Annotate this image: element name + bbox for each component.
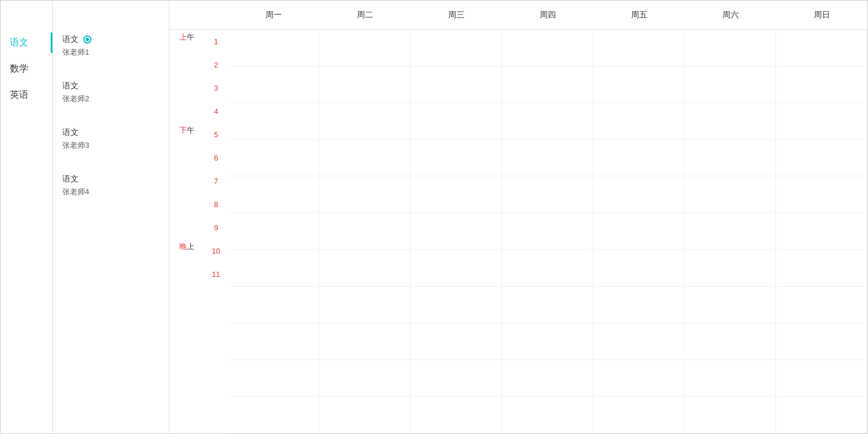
grid-cell-period11-day3[interactable] bbox=[410, 397, 502, 433]
grid-cell-period10-day1[interactable] bbox=[228, 360, 319, 396]
grid-cell-period4-day7[interactable] bbox=[776, 140, 867, 176]
grid-cell-period2-day5[interactable] bbox=[593, 66, 685, 102]
grid-cell-period7-day6[interactable] bbox=[685, 250, 776, 286]
grid-cell-period9-day7[interactable] bbox=[776, 323, 867, 360]
grid-cell-period2-day4[interactable] bbox=[502, 66, 593, 102]
period-numbers: 1234567891011 bbox=[204, 30, 228, 433]
grid-cell-period5-day3[interactable] bbox=[410, 176, 502, 212]
grid-cell-period6-day5[interactable] bbox=[593, 213, 685, 249]
grid-cell-period3-day1[interactable] bbox=[228, 103, 319, 139]
grid-cell-period9-day2[interactable] bbox=[319, 323, 410, 360]
grid-cell-period9-day1[interactable] bbox=[228, 323, 319, 360]
section-evening: 晚上 bbox=[169, 239, 204, 286]
teacher-subject-4[interactable]: 语文 bbox=[62, 174, 160, 184]
grid-cell-period6-day7[interactable] bbox=[776, 213, 867, 249]
grid-cell-period4-day4[interactable] bbox=[502, 140, 593, 176]
teacher-subject-3[interactable]: 语文 bbox=[62, 127, 160, 138]
grid-cell-period11-day6[interactable] bbox=[685, 397, 776, 433]
grid-cell-period10-day3[interactable] bbox=[410, 360, 502, 396]
grid-cell-period3-day4[interactable] bbox=[502, 103, 593, 139]
teacher-subject-1[interactable]: 语文 bbox=[62, 34, 160, 45]
grid-cell-period1-day2[interactable] bbox=[319, 30, 410, 66]
grid-cell-period1-day5[interactable] bbox=[593, 30, 685, 66]
grid-cell-period4-day1[interactable] bbox=[228, 140, 319, 176]
teacher-name-2[interactable]: 张老师2 bbox=[62, 94, 160, 104]
grid-cell-period2-day6[interactable] bbox=[685, 66, 776, 102]
section-afternoon: 下午 bbox=[169, 123, 204, 239]
grid-cell-period11-day7[interactable] bbox=[776, 397, 867, 433]
grid-cell-period5-day6[interactable] bbox=[685, 176, 776, 212]
grid-cell-period2-day2[interactable] bbox=[319, 66, 410, 102]
grid-cell-period7-day1[interactable] bbox=[228, 250, 319, 286]
grid-cell-period5-day2[interactable] bbox=[319, 176, 410, 212]
teacher-name-1[interactable]: 张老师1 bbox=[62, 47, 160, 58]
grid-cell-period8-day3[interactable] bbox=[410, 287, 502, 323]
grid-cell-period8-day6[interactable] bbox=[685, 287, 776, 323]
grid-cell-period5-day1[interactable] bbox=[228, 176, 319, 212]
header-day-fri: 周五 bbox=[593, 10, 685, 20]
grid-cell-period1-day4[interactable] bbox=[502, 30, 593, 66]
sidebar-item-chinese[interactable]: 语文 bbox=[1, 30, 52, 56]
grid-cell-period7-day2[interactable] bbox=[319, 250, 410, 286]
grid-cell-period7-day4[interactable] bbox=[502, 250, 593, 286]
grid-cell-period7-day3[interactable] bbox=[410, 250, 502, 286]
grid-cell-period8-day4[interactable] bbox=[502, 287, 593, 323]
grid-cell-period7-day5[interactable] bbox=[593, 250, 685, 286]
teacher-subject-2[interactable]: 语文 bbox=[62, 81, 160, 91]
grid-cell-period9-day3[interactable] bbox=[410, 323, 502, 360]
teacher-name-4[interactable]: 张老师4 bbox=[62, 187, 160, 197]
grid-cell-period11-day5[interactable] bbox=[593, 397, 685, 433]
grid-row-4 bbox=[228, 140, 867, 176]
grid-cell-period10-day6[interactable] bbox=[685, 360, 776, 396]
grid-cell-period8-day5[interactable] bbox=[593, 287, 685, 323]
grid-row-11 bbox=[228, 397, 867, 433]
teacher-group-1: 语文 张老师1 bbox=[53, 30, 169, 62]
grid-cell-period4-day3[interactable] bbox=[410, 140, 502, 176]
grid-cell-period8-day7[interactable] bbox=[776, 287, 867, 323]
grid-cell-period2-day1[interactable] bbox=[228, 66, 319, 102]
grid-row-7 bbox=[228, 250, 867, 287]
grid-cell-period4-day6[interactable] bbox=[685, 140, 776, 176]
grid-cell-period6-day1[interactable] bbox=[228, 213, 319, 249]
grid-cell-period3-day6[interactable] bbox=[685, 103, 776, 139]
grid-cell-period9-day5[interactable] bbox=[593, 323, 685, 360]
grid-cell-period9-day6[interactable] bbox=[685, 323, 776, 360]
grid-cell-period8-day1[interactable] bbox=[228, 287, 319, 323]
grid-cell-period1-day1[interactable] bbox=[228, 30, 319, 66]
grid-cell-period5-day5[interactable] bbox=[593, 176, 685, 212]
grid-cell-period6-day6[interactable] bbox=[685, 213, 776, 249]
grid-cell-period5-day7[interactable] bbox=[776, 176, 867, 212]
header-day-wed: 周三 bbox=[410, 10, 502, 20]
sidebar-item-english[interactable]: 英语 bbox=[1, 82, 52, 108]
grid-cell-period11-day2[interactable] bbox=[319, 397, 410, 433]
grid-cell-period6-day3[interactable] bbox=[410, 213, 502, 249]
grid-cell-period3-day2[interactable] bbox=[319, 103, 410, 139]
grid-cell-period1-day3[interactable] bbox=[410, 30, 502, 66]
grid-cell-period11-day4[interactable] bbox=[502, 397, 593, 433]
grid-cell-period11-day1[interactable] bbox=[228, 397, 319, 433]
grid-cell-period4-day5[interactable] bbox=[593, 140, 685, 176]
header-day-sat: 周六 bbox=[685, 10, 776, 20]
grid-cell-period2-day3[interactable] bbox=[410, 66, 502, 102]
grid-cell-period5-day4[interactable] bbox=[502, 176, 593, 212]
grid-cell-period2-day7[interactable] bbox=[776, 66, 867, 102]
period-num-6: 6 bbox=[204, 146, 228, 169]
grid-cell-period6-day2[interactable] bbox=[319, 213, 410, 249]
grid-cell-period3-day5[interactable] bbox=[593, 103, 685, 139]
grid-cell-period3-day3[interactable] bbox=[410, 103, 502, 139]
grid-cell-period7-day7[interactable] bbox=[776, 250, 867, 286]
grid-cell-period9-day4[interactable] bbox=[502, 323, 593, 360]
grid-cell-period10-day2[interactable] bbox=[319, 360, 410, 396]
radio-teacher-1[interactable] bbox=[83, 35, 91, 44]
teacher-name-3[interactable]: 张老师3 bbox=[62, 140, 160, 151]
grid-cell-period3-day7[interactable] bbox=[776, 103, 867, 139]
grid-cell-period4-day2[interactable] bbox=[319, 140, 410, 176]
grid-cell-period10-day7[interactable] bbox=[776, 360, 867, 396]
grid-cell-period6-day4[interactable] bbox=[502, 213, 593, 249]
grid-cell-period1-day6[interactable] bbox=[685, 30, 776, 66]
grid-cell-period8-day2[interactable] bbox=[319, 287, 410, 323]
grid-cell-period1-day7[interactable] bbox=[776, 30, 867, 66]
grid-cell-period10-day5[interactable] bbox=[593, 360, 685, 396]
sidebar-item-math[interactable]: 数学 bbox=[1, 56, 52, 82]
grid-cell-period10-day4[interactable] bbox=[502, 360, 593, 396]
